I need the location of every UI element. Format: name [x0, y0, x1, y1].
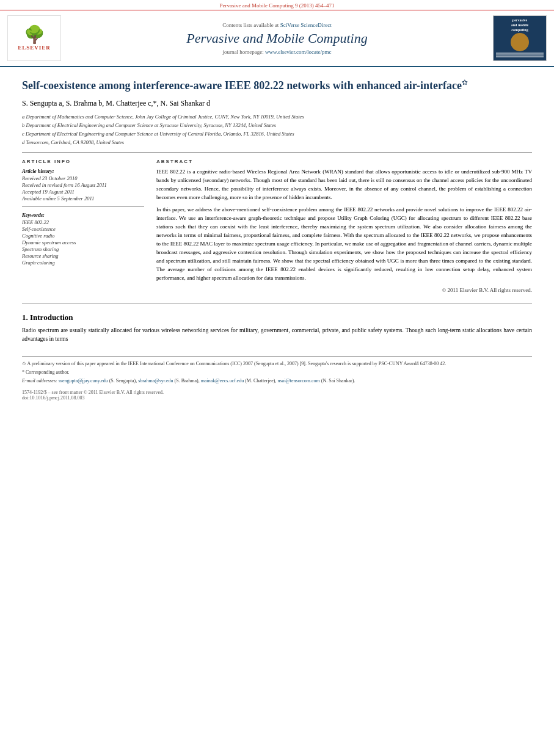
- article-info-heading: ARTICLE INFO: [22, 159, 144, 164]
- introduction-title: 1. Introduction: [22, 313, 532, 322]
- elsevier-tree-icon: 🌳: [24, 26, 45, 43]
- paper-title: Self-coexistence among interference-awar…: [22, 78, 532, 93]
- abstract-paragraph-1: IEEE 802.22 is a cognitive radio-based W…: [156, 168, 532, 202]
- journal-header: 🌳 ELSEVIER Contents lists available at S…: [0, 10, 554, 67]
- email-chatterjee: mainak@eecs.ucf.edu: [201, 378, 244, 383]
- corner-journal-circle: [511, 33, 529, 51]
- keyword-6: Graph-coloring: [22, 260, 144, 266]
- abstract-column: ABSTRACT IEEE 802.22 is a cognitive radi…: [156, 159, 532, 298]
- email-chatterjee-name: (M. Chatterjee),: [245, 378, 277, 383]
- accepted-date: Accepted 19 August 2011: [22, 189, 144, 195]
- journal-citation-bar: Pervasive and Mobile Computing 9 (2013) …: [0, 0, 554, 10]
- keyword-0: IEEE 802.22: [22, 219, 144, 225]
- journal-cover-image: pervasiveand mobilecomputing: [493, 15, 547, 61]
- email-sengupta-name: (S. Sengupta),: [109, 378, 139, 383]
- info-divider: [22, 206, 144, 207]
- history-label: Article history:: [22, 168, 144, 174]
- abstract-heading: ABSTRACT: [156, 159, 532, 164]
- email-sengupta: ssengupta@jjay.cuny.edu: [59, 378, 108, 383]
- keywords-section: Keywords: IEEE 802.22 Self-coexistence C…: [22, 212, 144, 266]
- doi-line: doi:10.1016/j.pmcj.2011.08.003: [22, 395, 532, 401]
- journal-title: Pervasive and Mobile Computing: [61, 31, 493, 46]
- keyword-5: Resource sharing: [22, 253, 144, 259]
- email-label: E-mail addresses:: [22, 378, 59, 383]
- abstract-paragraph-2: In this paper, we address the above-ment…: [156, 206, 532, 282]
- issn-line: 1574-1192/$ – see front matter © 2011 El…: [22, 390, 532, 395]
- corner-journal-title: pervasiveand mobilecomputing: [511, 18, 529, 32]
- revised-date: Received in revised form 16 August 2011: [22, 182, 144, 188]
- online-date: Available online 5 September 2011: [22, 195, 144, 202]
- journal-center-info: Contents lists available at SciVerse Sci…: [61, 22, 493, 55]
- paper-content: Self-coexistence among interference-awar…: [0, 67, 554, 350]
- introduction-section: 1. Introduction Radio spectrum are usual…: [22, 313, 532, 344]
- homepage-url[interactable]: www.elsevier.com/locate/pmc: [265, 49, 331, 55]
- paper-authors: S. Sengupta a, S. Brahma b, M. Chatterje…: [22, 99, 532, 108]
- affiliations: a Department of Mathematics and Computer…: [22, 113, 532, 146]
- keyword-4: Spectrum sharing: [22, 246, 144, 252]
- affiliation-b: b Department of Electrical Engineering a…: [22, 122, 532, 129]
- email-shankar-name: (N. Sai Shankar).: [321, 378, 355, 383]
- corner-journal-lines: [496, 52, 544, 58]
- header-divider: [22, 152, 532, 153]
- email-brahma-name: (S. Brahma),: [175, 378, 201, 383]
- article-info-abstract-section: ARTICLE INFO Article history: Received 2…: [22, 159, 532, 298]
- elsevier-logo: 🌳 ELSEVIER: [7, 15, 61, 61]
- journal-citation-text: Pervasive and Mobile Computing 9 (2013) …: [220, 2, 335, 9]
- footnote-star: ✩ A preliminary version of this paper ap…: [22, 360, 532, 367]
- footer: ✩ A preliminary version of this paper ap…: [22, 356, 532, 401]
- footer-issn: 1574-1192/$ – see front matter © 2011 El…: [22, 390, 532, 401]
- keyword-2: Cognitive radio: [22, 233, 144, 239]
- elsevier-wordmark: ELSEVIER: [18, 45, 51, 51]
- homepage-line: journal homepage: www.elsevier.com/locat…: [61, 49, 493, 55]
- affiliation-c: c Department of Electrical Engineering a…: [22, 130, 532, 138]
- affiliation-d: d Tensorcom, Carlsbad, CA 92008, United …: [22, 139, 532, 147]
- section-divider: [22, 303, 532, 304]
- footnote-emails: E-mail addresses: ssengupta@jjay.cuny.ed…: [22, 377, 532, 384]
- article-info-column: ARTICLE INFO Article history: Received 2…: [22, 159, 144, 298]
- affiliation-a: a Department of Mathematics and Computer…: [22, 113, 532, 121]
- contents-line: Contents lists available at SciVerse Sci…: [61, 22, 493, 28]
- article-history: Article history: Received 23 October 201…: [22, 168, 144, 202]
- keyword-3: Dynamic spectrum access: [22, 239, 144, 245]
- copyright-line: © 2011 Elsevier B.V. All rights reserved…: [156, 286, 532, 295]
- keywords-label: Keywords:: [22, 212, 144, 218]
- sciverse-link[interactable]: SciVerse ScienceDirect: [280, 22, 332, 28]
- introduction-body: Radio spectrum are usually statically al…: [22, 326, 532, 344]
- abstract-text: IEEE 802.22 is a cognitive radio-based W…: [156, 168, 532, 294]
- footnote-corresponding: * Corresponding author.: [22, 369, 532, 376]
- received-date: Received 23 October 2010: [22, 175, 144, 181]
- email-shankar: nsai@tensorcom.com: [277, 378, 319, 383]
- email-brahma: sbrahma@syr.edu: [138, 378, 173, 383]
- keyword-1: Self-coexistence: [22, 226, 144, 232]
